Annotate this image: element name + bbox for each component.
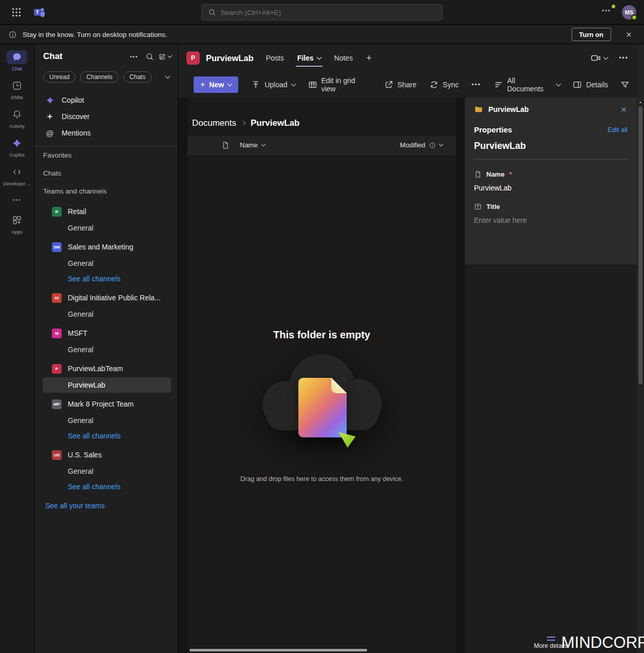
column-name[interactable]: Name (221, 141, 265, 149)
see-all-your-teams-link[interactable]: See all your teams (34, 498, 178, 513)
teams-logo-icon[interactable] (33, 6, 46, 19)
team-item[interactable]: P PurviewLabTeam (34, 360, 178, 377)
section-favorites[interactable]: Favorites (34, 146, 178, 164)
presence-badge: ✓ (631, 14, 637, 21)
rail-more-icon[interactable]: ••• (13, 190, 22, 209)
sidebar-more-icon[interactable]: ••• (127, 50, 141, 63)
see-all-channels-link[interactable]: See all channels (34, 428, 178, 444)
sidebar-item-copilot[interactable]: Copilot (34, 92, 178, 108)
chevron-right-icon (241, 121, 245, 125)
name-field-value[interactable]: PurviewLab (474, 184, 628, 192)
filter-chats[interactable]: Chats (123, 71, 151, 83)
rail-label: Shifts (11, 94, 23, 100)
vertical-scrollbar[interactable]: ▲ (637, 44, 644, 653)
sidebar-item-discover[interactable]: Discover (34, 108, 178, 125)
info-icon (429, 142, 436, 149)
tab-posts[interactable]: Posts (266, 44, 284, 72)
notification-dot (612, 5, 615, 8)
scrollbar-thumb[interactable] (638, 106, 642, 385)
filters-chevron-icon[interactable] (165, 74, 171, 79)
tab-notes[interactable]: Notes (334, 44, 353, 72)
turn-on-button[interactable]: Turn on (572, 28, 611, 41)
empty-folder-illustration (260, 354, 384, 462)
section-teams[interactable]: Teams and channels (34, 182, 178, 200)
content-area: Documents PurviewLab Name Modified This … (178, 98, 637, 653)
filter-unread[interactable]: Unread (43, 71, 75, 83)
rail-label: Activity (9, 123, 25, 129)
avatar[interactable]: MS ✓ (622, 5, 636, 20)
search-box[interactable] (201, 4, 443, 21)
upload-button[interactable]: Upload (251, 80, 295, 89)
scroll-up-arrow[interactable]: ▲ (637, 98, 644, 105)
rail-item-apps[interactable]: Apps (0, 209, 34, 238)
rail-item-copilot[interactable]: Copilot (0, 132, 34, 161)
meet-now-button[interactable] (591, 53, 608, 63)
app-launcher-icon[interactable] (11, 7, 22, 18)
new-button[interactable]: + New (194, 76, 238, 93)
more-options-icon[interactable]: ••• (602, 7, 611, 13)
channel-item[interactable]: General (34, 342, 178, 357)
sync-button[interactable]: Sync (429, 80, 459, 89)
more-details-icon (547, 637, 555, 641)
team-item[interactable]: SM Sales and Marketing (34, 238, 178, 256)
channel-more-icon[interactable]: ••• (619, 54, 629, 62)
chevron-down-icon (291, 82, 296, 87)
search-input[interactable] (221, 9, 436, 16)
tab-files[interactable]: Files (297, 44, 321, 72)
channel-item[interactable]: General (34, 220, 178, 236)
rail-item-chat[interactable]: Chat (0, 46, 34, 75)
team-name: U.S. Sales (68, 451, 102, 459)
team-avatar: MP (52, 399, 62, 409)
add-tab-icon[interactable]: + (366, 53, 372, 64)
channel-item[interactable]: General (34, 306, 178, 322)
watermark: MINDCORP (561, 633, 644, 652)
name-label-text: Name (486, 170, 504, 178)
sidebar-item-mentions[interactable]: @ Mentions (34, 125, 178, 141)
rail-item-developer[interactable]: Developer ... (0, 161, 34, 190)
column-modified[interactable]: Modified (400, 141, 443, 149)
item-label: Mentions (62, 129, 91, 137)
commandbar-more-icon[interactable]: ••• (471, 81, 481, 88)
details-panel: PurviewLab Properties Edit all PurviewLa… (465, 98, 637, 653)
section-chats[interactable]: Chats (34, 164, 178, 182)
rail-item-activity[interactable]: Activity (0, 104, 34, 132)
see-all-channels-link[interactable]: See all channels (34, 479, 178, 494)
chat-icon (7, 50, 27, 64)
breadcrumb-root[interactable]: Documents (192, 118, 236, 128)
horizontal-scrollbar[interactable] (190, 649, 367, 651)
channel-item[interactable]: General (34, 413, 178, 428)
title-field-placeholder[interactable]: Enter value here (474, 216, 628, 224)
column-modified-label: Modified (400, 141, 425, 149)
team-avatar: R (52, 207, 62, 217)
filter-channels[interactable]: Channels (80, 71, 119, 83)
team-name: PurviewLabTeam (68, 364, 123, 373)
panel-close-icon[interactable] (620, 106, 628, 113)
edit-grid-view-button[interactable]: Edit in grid view (308, 76, 371, 93)
rail-item-shifts[interactable]: Shifts (0, 75, 34, 104)
rail-label: Copilot (9, 152, 25, 158)
share-button[interactable]: Share (384, 80, 416, 89)
details-button[interactable]: Details (573, 80, 608, 89)
team-item[interactable]: MP Mark 8 Project Team (34, 395, 178, 413)
channel-item[interactable]: General (34, 464, 178, 479)
details-label: Details (586, 81, 608, 89)
channel-item-selected[interactable]: PurviewLab (43, 377, 171, 393)
view-selector[interactable]: All Documents (494, 76, 560, 93)
rail-label: Apps (11, 229, 23, 235)
team-item[interactable]: DI Digital Initiative Public Rela... (34, 289, 178, 306)
banner-close-icon[interactable] (625, 31, 633, 39)
app-rail: Chat Shifts Activity Copilot Developer .… (0, 44, 34, 653)
tab-label: Posts (266, 54, 284, 62)
channel-item[interactable]: General (34, 256, 178, 271)
team-item[interactable]: US U.S. Sales (34, 446, 178, 464)
team-item[interactable]: M MSFT (34, 324, 178, 342)
see-all-channels-link[interactable]: See all channels (34, 271, 178, 286)
search-icon (208, 8, 216, 16)
sidebar-search-icon[interactable] (143, 50, 156, 63)
new-label: New (209, 81, 224, 89)
new-chat-icon[interactable] (158, 50, 172, 63)
share-icon (384, 80, 393, 89)
filter-button[interactable] (620, 80, 630, 89)
team-item[interactable]: R Retail (34, 203, 178, 220)
edit-all-link[interactable]: Edit all (608, 126, 628, 133)
